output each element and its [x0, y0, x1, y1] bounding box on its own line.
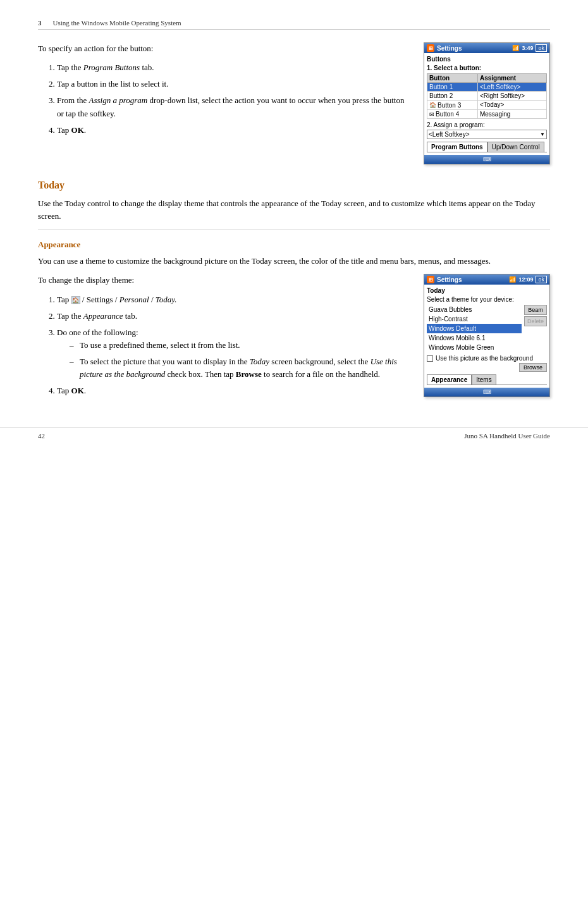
- page-footer: 42 Juno SA Handheld User Guide: [0, 428, 588, 440]
- today-section-label: Today: [427, 287, 547, 294]
- buttons-table: Button Assignment Button 1 <Left Softkey…: [427, 73, 547, 119]
- appearance-step-3: Do one of the following: To use a predef…: [57, 326, 411, 381]
- buttons-body: Buttons 1. Select a button: Button Assig…: [424, 53, 549, 155]
- theme-highcontrast[interactable]: High-Contrast: [427, 314, 522, 324]
- home-icon-inline: 🏠: [71, 296, 80, 304]
- row3-assignment: <Today>: [477, 101, 546, 110]
- buttons-titlebar-left: ⊞ Settings: [427, 44, 462, 52]
- today-time: 12:09: [518, 276, 533, 283]
- assign-label: 2. Assign a program:: [427, 121, 547, 128]
- col-button: Button: [427, 74, 478, 83]
- row4-button: ✉ Button 4: [427, 109, 478, 119]
- page-container: 3 Using the Windows Mobile Operating Sys…: [0, 0, 588, 452]
- tab-updown-control[interactable]: Up/Down Control: [487, 142, 544, 152]
- change-theme-label: To change the display theme:: [38, 274, 411, 286]
- step-1: Tap the Program Buttons tab.: [57, 61, 411, 74]
- appearance-step-1: Tap 🏠 / Settings / Personal / Today.: [57, 293, 411, 306]
- checkbox-label: Use this picture as the background: [436, 355, 533, 362]
- today-titlebar-right: 📶 12:09 ok: [509, 276, 547, 283]
- step-3: From the Assign a program drop-down list…: [57, 94, 411, 120]
- select-button-label: 1. Select a button:: [427, 65, 547, 71]
- appearance-desc-1: You can use a theme to customize the bac…: [38, 255, 550, 268]
- theme-windows-default[interactable]: Windows Default: [427, 324, 522, 333]
- today-taskbar: ⌨: [424, 388, 549, 397]
- appearance-sub-bullets: To use a predefined theme, select it fro…: [70, 339, 411, 381]
- col-assignment: Assignment: [477, 74, 546, 83]
- row4-assignment: Messaging: [477, 109, 546, 119]
- buttons-tabs: Program Buttons Up/Down Control: [427, 142, 547, 152]
- table-row[interactable]: Button 1 <Left Softkey>: [427, 83, 547, 92]
- today-ok-btn[interactable]: ok: [536, 276, 547, 283]
- buttons-screenshot-col: ⊞ Settings 📶 3:49 ok Buttons 1. Select a…: [424, 42, 550, 164]
- today-windows-icon: ⊞: [427, 276, 434, 283]
- appearance-step-4: Tap OK.: [57, 385, 411, 397]
- sub-bullet-2: To select the picture that you want to d…: [70, 355, 411, 381]
- appearance-section: To change the display theme: Tap 🏠 / Set…: [38, 274, 550, 401]
- buttons-section: To specify an action for the button: Tap…: [38, 42, 550, 164]
- appearance-steps-list: Tap 🏠 / Settings / Personal / Today. Tap…: [57, 293, 411, 398]
- row1-assignment: <Left Softkey>: [477, 83, 546, 92]
- tab-program-buttons[interactable]: Program Buttons: [427, 142, 487, 152]
- theme-guava[interactable]: Guava Bubbles: [427, 305, 522, 314]
- buttons-titlebar: ⊞ Settings 📶 3:49 ok: [424, 43, 549, 53]
- buttons-app-name: Settings: [437, 45, 462, 52]
- footer-page-num: 42: [38, 432, 45, 440]
- theme-mobile61[interactable]: Windows Mobile 6.1: [427, 333, 522, 343]
- dropdown-arrow-icon: ▼: [540, 132, 545, 137]
- background-checkbox[interactable]: [427, 355, 433, 362]
- theme-side-buttons: Beam Delete: [524, 305, 547, 352]
- theme-mobile-green[interactable]: Windows Mobile Green: [427, 343, 522, 352]
- button3-icon: 🏠: [429, 102, 436, 108]
- sub-bullet-1: To use a predefined theme, select it fro…: [70, 339, 411, 352]
- beam-button[interactable]: Beam: [524, 305, 547, 315]
- today-keyboard-icon: ⌨: [483, 389, 491, 395]
- table-row[interactable]: Button 2 <Right Softkey>: [427, 92, 547, 101]
- theme-list-col: Guava Bubbles High-Contrast Windows Defa…: [427, 305, 522, 352]
- tab-items[interactable]: Items: [472, 374, 496, 385]
- today-titlebar: ⊞ Settings 📶 12:09 ok: [424, 274, 549, 285]
- section-divider: [38, 229, 550, 230]
- theme-select-label: Select a theme for your device:: [427, 296, 547, 303]
- today-tabs: Appearance Items: [427, 374, 547, 385]
- table-header-row: Button Assignment: [427, 74, 547, 83]
- assign-dropdown[interactable]: <Left Softkey> ▼: [427, 130, 547, 139]
- row2-button: Button 2: [427, 92, 478, 101]
- row2-assignment: <Right Softkey>: [477, 92, 546, 101]
- appearance-step-2: Tap the Appearance tab.: [57, 310, 411, 323]
- appearance-subsection-title: Appearance: [38, 240, 550, 250]
- buttons-titlebar-right: 📶 3:49 ok: [512, 44, 547, 52]
- browse-button[interactable]: Browse: [519, 363, 547, 372]
- delete-button[interactable]: Delete: [524, 316, 547, 326]
- table-row[interactable]: 🏠 Button 3 <Today>: [427, 101, 547, 110]
- today-screenshot: ⊞ Settings 📶 12:09 ok Today Select a the…: [424, 274, 550, 397]
- today-body: Today Select a theme for your device: Gu…: [424, 285, 549, 388]
- appearance-content-col: To change the display theme: Tap 🏠 / Set…: [38, 274, 411, 401]
- step-4: Tap OK.: [57, 124, 411, 137]
- today-section-title: Today: [38, 180, 550, 191]
- theme-list: Guava Bubbles High-Contrast Windows Defa…: [427, 305, 522, 352]
- buttons-taskbar: ⌨: [424, 155, 549, 164]
- today-screenshot-col: ⊞ Settings 📶 12:09 ok Today Select a the…: [424, 274, 550, 401]
- chapter-number: 3: [38, 19, 42, 27]
- theme-row: Guava Bubbles High-Contrast Windows Defa…: [427, 305, 547, 352]
- dropdown-value: <Left Softkey>: [429, 131, 470, 138]
- today-intro: Use the Today control to change the disp…: [38, 197, 550, 223]
- keyboard-icon: ⌨: [483, 156, 491, 163]
- today-signal-icon: 📶: [509, 276, 516, 283]
- buttons-time: 3:49: [522, 45, 533, 51]
- chapter-title: Using the Windows Mobile Operating Syste…: [49, 19, 181, 27]
- signal-icon: 📶: [512, 45, 519, 51]
- today-app-name: Settings: [437, 276, 462, 283]
- buttons-ok-btn[interactable]: ok: [536, 44, 547, 52]
- buttons-steps-list: Tap the Program Buttons tab. Tap a butto…: [57, 61, 411, 137]
- step-2: Tap a button in the list to select it.: [57, 78, 411, 90]
- browse-row: Browse: [427, 363, 547, 372]
- buttons-screenshot: ⊞ Settings 📶 3:49 ok Buttons 1. Select a…: [424, 42, 550, 164]
- row1-button: Button 1: [427, 83, 478, 92]
- tab-appearance[interactable]: Appearance: [427, 374, 472, 385]
- windows-icon: ⊞: [427, 44, 434, 52]
- table-row[interactable]: ✉ Button 4 Messaging: [427, 109, 547, 119]
- checkbox-row: Use this picture as the background: [427, 355, 547, 362]
- buttons-intro: To specify an action for the button:: [38, 42, 411, 55]
- today-titlebar-left: ⊞ Settings: [427, 276, 462, 283]
